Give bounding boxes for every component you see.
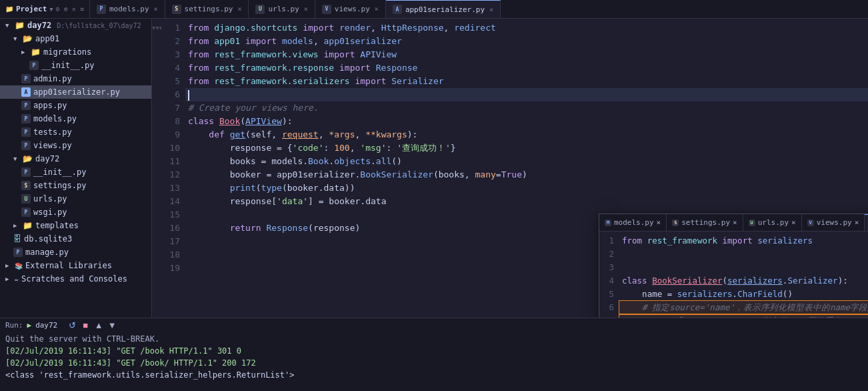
- sidebar-root[interactable]: ▼ 📁 day72 D:\fullstack_07\day72: [0, 19, 151, 32]
- run-label: Run:: [5, 321, 23, 330]
- tab-views-label: views.py: [335, 5, 370, 13]
- manage-label: manage.py: [25, 248, 69, 257]
- run-controls: ↺ ■ ▲ ▼: [67, 320, 117, 330]
- popup-line-7: # name 和 source='name' 指定的name不能重名: [619, 314, 868, 318]
- views-label: views.py: [33, 141, 72, 150]
- sidebar-item-external-libs[interactable]: ▶ 📚 External Libraries: [0, 259, 151, 272]
- py-icon: P: [21, 167, 31, 177]
- sidebar-item-apps[interactable]: P apps.py: [0, 99, 151, 112]
- sidebar-item-templates[interactable]: ▶ 📁 templates: [0, 219, 151, 232]
- popup-line-numbers: 12345 67891011: [599, 234, 619, 318]
- close-icon[interactable]: ×: [237, 5, 241, 13]
- code-line-14: response['data'] = booker.data: [185, 195, 868, 208]
- close-icon[interactable]: ×: [855, 218, 859, 227]
- urls-icon: U: [255, 5, 265, 14]
- py-icon: A: [21, 87, 31, 97]
- settings-icon: S: [21, 181, 31, 190]
- bottom-panel: Run: ▶ day72 ↺ ■ ▲ ▼ Quit the server wit…: [0, 318, 868, 391]
- root-label: day72: [27, 21, 51, 30]
- popup-tab-settings[interactable]: S settings.py ×: [667, 214, 743, 231]
- sidebar-item-app01[interactable]: ▼ 📂 app01: [0, 32, 151, 45]
- code-line-13: print(type(booker.data)): [185, 181, 868, 195]
- popup-tab-urls[interactable]: U urls.py ×: [743, 214, 802, 231]
- sidebar-item-migrations[interactable]: ▶ 📁 migrations: [0, 45, 151, 59]
- main-area: ▼ 📁 day72 D:\fullstack_07\day72 ▼ 📂 app0…: [0, 19, 868, 318]
- folder-icon: 📂: [23, 34, 33, 43]
- sidebar-item-db[interactable]: 🗄 db.sqlite3: [0, 232, 151, 246]
- close-icon[interactable]: ×: [304, 5, 308, 13]
- sidebar-item-settings[interactable]: S settings.py: [0, 179, 151, 192]
- views-icon: V: [807, 220, 814, 226]
- day72-sub-label: day72: [35, 154, 59, 163]
- popup-tab-views[interactable]: V views.py ×: [802, 214, 865, 231]
- popup-tab-serializer[interactable]: A app01serializer.py ×: [865, 214, 868, 231]
- toolbar-icons: ⚙ ⊕ ✕ ≡: [56, 5, 84, 13]
- popup-tab-models[interactable]: M models.py ×: [599, 214, 667, 231]
- chevron-down-icon: ▼: [49, 6, 53, 13]
- sidebar: ▼ 📁 day72 D:\fullstack_07\day72 ▼ 📂 app0…: [0, 19, 152, 318]
- code-line-9: def get(self, request, *args, **kwargs):: [185, 128, 868, 141]
- tab-views-py[interactable]: V views.py ×: [315, 0, 386, 18]
- scroll-down-button[interactable]: ▼: [107, 320, 117, 330]
- sidebar-item-scratches[interactable]: ▶ ✏ Scratches and Consoles: [0, 272, 151, 286]
- code-line-1: from django.shortcuts import render, Htt…: [185, 21, 868, 35]
- code-line-12: booker = app01serializer.BookSerializer(…: [185, 168, 868, 181]
- ext-icon: 📚: [15, 262, 23, 270]
- sidebar-item-app01serializer[interactable]: A app01serializer.py: [0, 85, 151, 99]
- sidebar-item-tests[interactable]: P tests.py: [0, 125, 151, 139]
- tab-urls-label: urls.py: [268, 5, 299, 13]
- popup-tab-views-label: views.py: [817, 218, 852, 227]
- popup-code-lines: from rest_framework import serializers c…: [619, 234, 868, 318]
- scroll-up-button[interactable]: ▲: [93, 320, 104, 330]
- py-icon: P: [13, 248, 23, 257]
- tab-settings-label: settings.py: [185, 5, 233, 13]
- tab-urls-py[interactable]: U urls.py ×: [249, 0, 315, 18]
- close-icon[interactable]: ×: [489, 6, 493, 13]
- settings-icon: S: [172, 5, 181, 14]
- arrow-icon: ▶: [13, 222, 20, 229]
- run-header: Run: ▶ day72 ↺ ■ ▲ ▼: [0, 318, 868, 332]
- run-output: Quit the server with CTRL-BREAK. [02/Jul…: [0, 332, 868, 391]
- scratch-icon: ✏: [15, 276, 19, 283]
- py-icon: P: [21, 114, 31, 123]
- tab-settings-py[interactable]: S settings.py ×: [165, 0, 249, 18]
- run-icon: ▶: [27, 321, 32, 330]
- popup-line-4: class BookSerializer(serializers.Seriali…: [619, 274, 868, 288]
- close-icon[interactable]: ×: [657, 218, 661, 227]
- project-label: Project: [16, 5, 47, 13]
- run-name: day72: [35, 321, 57, 330]
- close-icon[interactable]: ×: [733, 218, 737, 227]
- code-line-6: [185, 88, 868, 101]
- tab-serializer-py[interactable]: A app01serializer.py ×: [386, 0, 501, 18]
- db-label: db.sqlite3: [24, 234, 72, 244]
- tab-models-py[interactable]: P models.py ×: [90, 0, 165, 18]
- popup-editor: M models.py × S settings.py × U urls.py …: [599, 214, 868, 318]
- sidebar-item-models[interactable]: P models.py: [0, 112, 151, 125]
- views-icon: V: [322, 5, 331, 14]
- code-line-11: books = models.Book.objects.all(): [185, 155, 868, 168]
- close-icon[interactable]: ×: [791, 218, 796, 227]
- tests-label: tests.py: [33, 127, 72, 137]
- sidebar-item-init-migrations[interactable]: P __init__.py: [0, 59, 151, 72]
- sidebar-item-views[interactable]: P views.py: [0, 139, 151, 152]
- code-line-3: from rest_framework.views import APIView: [185, 48, 868, 61]
- admin-label: admin.py: [33, 74, 72, 83]
- popup-tab-bar: M models.py × S settings.py × U urls.py …: [599, 214, 868, 232]
- sidebar-item-wsgi[interactable]: P wsgi.py: [0, 206, 151, 219]
- apps-label: apps.py: [33, 101, 67, 110]
- py-icon: P: [21, 208, 31, 217]
- sidebar-item-urls[interactable]: U urls.py: [0, 192, 151, 206]
- wsgi-label: wsgi.py: [33, 208, 67, 217]
- stop-button[interactable]: ■: [80, 320, 91, 330]
- close-icon[interactable]: ×: [154, 5, 158, 13]
- sidebar-item-day72-sub[interactable]: ▼ 📂 day72: [0, 152, 151, 165]
- arrow-icon: ▼: [5, 22, 12, 29]
- py-icon: P: [21, 141, 31, 150]
- sidebar-item-admin[interactable]: P admin.py: [0, 72, 151, 85]
- close-icon[interactable]: ×: [375, 5, 379, 13]
- models-icon: M: [605, 220, 611, 226]
- folder-icon: 📁: [15, 21, 25, 30]
- restart-button[interactable]: ↺: [67, 320, 77, 330]
- sidebar-item-init-day72[interactable]: P __init__.py: [0, 165, 151, 179]
- sidebar-item-manage[interactable]: P manage.py: [0, 246, 151, 259]
